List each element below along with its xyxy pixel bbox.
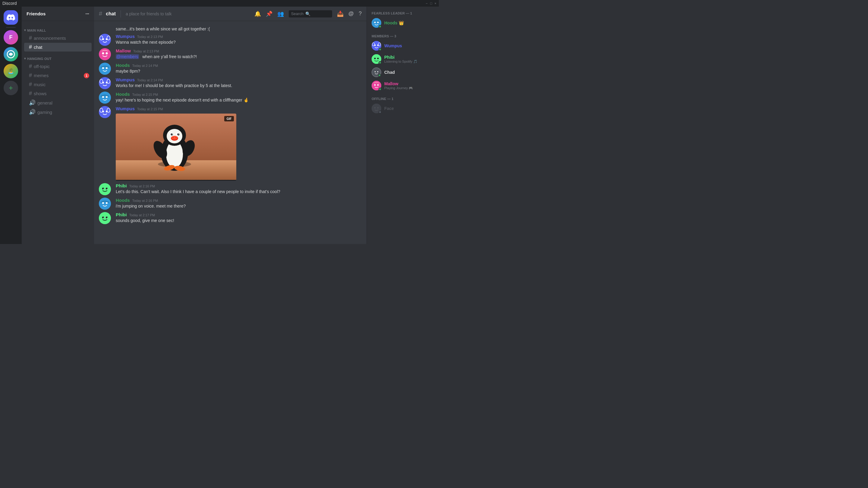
- svg-point-71: [377, 58, 379, 59]
- message-text: Wanna watch the next episode?: [116, 39, 362, 45]
- mention-icon[interactable]: @: [348, 10, 354, 17]
- message-continued-0: same...it's been a while since we all go…: [94, 26, 367, 33]
- member-mallow[interactable]: Mallow Playing Journey 🎮: [369, 79, 436, 92]
- server-name-header[interactable]: Friendos ···: [22, 7, 94, 21]
- section-offline: OFFLINE — 1: [369, 92, 436, 102]
- channel-announcements[interactable]: # announcements: [24, 34, 92, 42]
- chat-header: # chat a place for friends to talk 🔔 📌 👥…: [94, 7, 367, 21]
- svg-point-73: [375, 71, 376, 73]
- channel-name-general: general: [37, 100, 89, 105]
- category-collapse-icon: ▾: [24, 28, 26, 32]
- channel-music[interactable]: # music: [24, 80, 92, 89]
- help-icon[interactable]: ?: [359, 10, 362, 17]
- member-info-mallow: Mallow Playing Journey 🎮: [384, 82, 434, 90]
- message-header: Phibi Today at 2:17 PM: [116, 212, 362, 217]
- channel-sidebar: Friendos ··· ▾ MAIN HALL # announcements…: [22, 7, 94, 244]
- svg-point-60: [107, 218, 107, 218]
- server-icon-2[interactable]: [4, 47, 18, 61]
- member-info-wumpus: Wumpus: [384, 43, 434, 48]
- pin-icon[interactable]: 📌: [266, 10, 273, 17]
- member-wumpus[interactable]: Wumpus: [369, 39, 436, 53]
- category-main-hall[interactable]: ▾ MAIN HALL: [22, 24, 94, 33]
- channel-off-topic[interactable]: # off-topic: [24, 62, 92, 71]
- download-icon[interactable]: 📥: [337, 10, 344, 17]
- svg-point-4: [100, 36, 103, 40]
- member-avatar-chad: [372, 67, 381, 77]
- notification-bell-icon[interactable]: 🔔: [254, 10, 261, 17]
- close-button[interactable]: ×: [435, 1, 436, 5]
- member-status-mallow: Playing Journey 🎮: [384, 86, 434, 90]
- svg-point-10: [102, 67, 104, 69]
- message-header: Hoods Today at 2:15 PM: [116, 92, 362, 97]
- search-box[interactable]: Search 🔍: [289, 10, 332, 18]
- titlebar: Discord − □ ×: [0, 0, 439, 7]
- message-text: Works for me! I should be done with prac…: [116, 83, 362, 89]
- avatar-hoods-2: [99, 92, 111, 104]
- member-hoods-leader[interactable]: Hoods 👑: [369, 16, 436, 30]
- member-avatar-wumpus: [372, 41, 381, 51]
- member-avatar-face: [372, 104, 381, 113]
- channels-list: ▾ MAIN HALL # announcements # chat 👤+ ⚙ …: [22, 21, 94, 244]
- server-options-icon[interactable]: ···: [85, 11, 89, 16]
- svg-point-80: [377, 107, 378, 108]
- message-username: Phibi: [116, 183, 127, 188]
- maximize-button[interactable]: □: [430, 1, 432, 5]
- add-server-button[interactable]: +: [4, 81, 18, 95]
- member-info-hoods: Hoods 👑: [384, 21, 434, 25]
- svg-text:GIF: GIF: [227, 117, 232, 121]
- channel-shows[interactable]: # shows: [24, 89, 92, 98]
- svg-point-16: [107, 79, 110, 84]
- message-content-mallow-1: Mallow Today at 2:13 PM @members when ar…: [116, 48, 362, 60]
- channel-memes[interactable]: # memes 1: [24, 71, 92, 80]
- message-username: Wumpus: [116, 106, 135, 111]
- channel-chat[interactable]: # chat 👤+ ⚙: [24, 43, 92, 52]
- message-username: Mallow: [116, 48, 131, 53]
- svg-point-79: [374, 107, 375, 108]
- svg-point-36: [172, 133, 173, 134]
- text-channel-icon: #: [29, 72, 32, 78]
- member-chad[interactable]: Chad: [369, 66, 436, 79]
- svg-point-74: [377, 71, 378, 73]
- message-text: same...it's been a while since we all go…: [116, 27, 210, 31]
- server-name: Friendos: [27, 11, 45, 16]
- channel-name-music: music: [34, 82, 89, 87]
- discord-home-button[interactable]: [4, 10, 18, 25]
- server-icon-1[interactable]: F: [4, 30, 18, 44]
- server-sidebar: F 🏝️ +: [0, 7, 22, 244]
- members-list-icon[interactable]: 👥: [277, 10, 284, 17]
- message-text: @members when are y'all free to watch?!: [116, 54, 362, 60]
- message-group-wumpus-1: Wumpus Today at 2:13 PM Wanna watch the …: [94, 33, 367, 47]
- status-dot-online: [378, 61, 381, 64]
- server-icon-3[interactable]: 🏝️: [4, 64, 18, 78]
- right-sidebar: FEARLESS LEADER — 1 Hoods 👑 MEM: [367, 7, 439, 244]
- avatar-phibi-2: [99, 212, 111, 224]
- messages-container: same...it's been a while since we all go…: [94, 21, 367, 244]
- message-username: Wumpus: [116, 77, 135, 82]
- svg-point-62: [374, 22, 376, 23]
- avatar-wumpus: [99, 34, 111, 46]
- message-timestamp: Today at 2:17 PM: [129, 213, 155, 217]
- message-username: Hoods: [116, 198, 130, 203]
- member-status-phibi: Listening to Spotify 🎵: [384, 60, 434, 64]
- message-header: Wumpus Today at 2:15 PM: [116, 106, 362, 111]
- avatar-phibi-1: [99, 183, 111, 195]
- channel-gaming-voice[interactable]: 🔊 gaming: [24, 107, 92, 117]
- minimize-button[interactable]: −: [426, 1, 427, 5]
- svg-point-67: [372, 43, 375, 46]
- category-hanging-out[interactable]: ▾ HANGING OUT: [22, 52, 94, 62]
- status-dot-offline: [378, 110, 381, 113]
- member-info-face: Face: [384, 106, 434, 111]
- chat-header-actions: 🔔 📌 👥 Search 🔍 📥 @ ?: [254, 10, 362, 18]
- member-avatar-hoods: [372, 18, 381, 28]
- message-text: sounds good, give me one sec!: [116, 218, 362, 224]
- member-face[interactable]: Face: [369, 102, 436, 115]
- member-phibi[interactable]: Phibi Listening to Spotify 🎵: [369, 53, 436, 66]
- svg-point-9: [99, 63, 111, 75]
- message-header: Wumpus Today at 2:14 PM: [116, 77, 362, 82]
- channel-general-voice[interactable]: 🔊 general: [24, 98, 92, 107]
- channel-name-chat: chat: [34, 44, 89, 50]
- category-collapse-icon: ▾: [24, 57, 26, 61]
- svg-point-51: [103, 189, 104, 189]
- svg-point-68: [378, 43, 381, 46]
- avatar-wumpus-gif: [99, 106, 111, 118]
